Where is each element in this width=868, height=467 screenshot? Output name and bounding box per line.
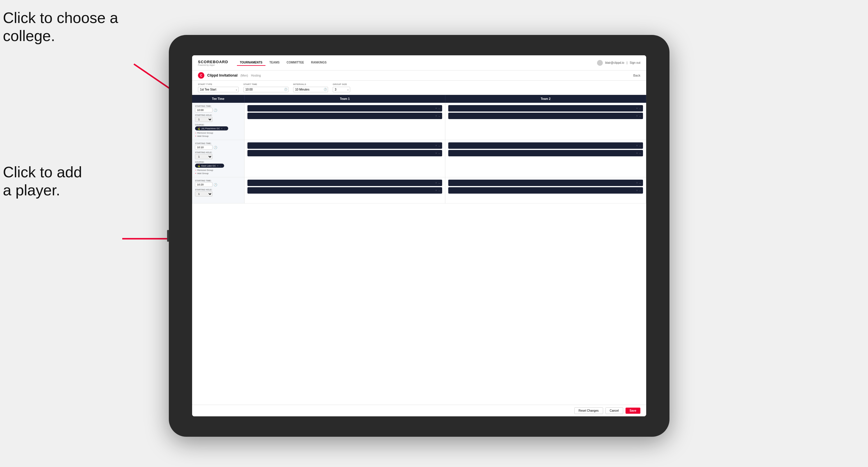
hole-select-1[interactable]: 1 [195, 117, 213, 122]
course-icon-2: ⛳ [197, 164, 200, 167]
tee-team1-1: × ⌄ × ⌄ [245, 103, 445, 140]
nav-right: blair@clippd.io | Sign out [597, 60, 640, 66]
action-links-1: ○ Remove Group + Add Group [195, 132, 241, 137]
annotation-top: Click to choose a college. [3, 9, 118, 45]
player-slot[interactable]: × ⌄ [448, 187, 643, 194]
player-slot[interactable]: × ⌄ [448, 143, 643, 149]
slot-chevron: ⌄ [438, 115, 440, 117]
start-type-group: Start Type 1st Tee Start [198, 83, 239, 92]
player-slot[interactable]: × ⌄ [448, 113, 643, 119]
tee-left-3: STARTING TIME: 🕐 STARTING HOLE: 1 [192, 177, 245, 203]
form-controls: Start Type 1st Tee Start Start Time 🕐 In… [192, 81, 646, 95]
player-slot[interactable]: × ⌄ [247, 150, 442, 156]
player-slot[interactable]: × ⌄ [247, 113, 442, 119]
th-team2: Team 2 [445, 95, 646, 103]
slot-x: × [636, 107, 638, 110]
nav-link-committee[interactable]: COMMITTEE [284, 60, 307, 66]
nav-link-rankings[interactable]: RANKINGS [308, 60, 330, 66]
tablet-screen: SCOREBOARD Powered by clippd TOURNAMENTS… [192, 55, 646, 416]
table-header: Tee Time Team 1 Team 2 [192, 95, 646, 103]
tee-row: STARTING TIME: 🕐 STARTING HOLE: 1 COUR [192, 140, 646, 177]
player-slot[interactable]: × ⌄ [247, 105, 442, 112]
content-area: Tee Time Team 1 Team 2 STARTING TIME: 🕐 … [192, 95, 646, 405]
group-size-label: Group Size [333, 83, 350, 86]
hole-select-3[interactable]: 1 [195, 191, 213, 196]
hole-row-1: 1 [195, 117, 241, 122]
starting-time-input-1[interactable] [195, 108, 213, 113]
slot-x: × [636, 115, 638, 117]
course-chevron-1: ⌄ [223, 127, 226, 130]
sign-out-link[interactable]: Sign out [630, 61, 640, 64]
tablet-shell: SCOREBOARD Powered by clippd TOURNAMENTS… [169, 35, 670, 437]
add-group-1[interactable]: + Add Group [195, 135, 241, 137]
user-email: blair@clippd.io [605, 61, 624, 64]
tee-team2-1: × ⌄ × ⌄ [445, 103, 646, 140]
tee-row: STARTING TIME: 🕐 STARTING HOLE: 1 [192, 177, 646, 204]
starting-time-input-3[interactable] [195, 182, 213, 187]
clock-icon-2: 🕐 [214, 146, 217, 149]
slot-x: × [435, 115, 437, 117]
tablet-side-button [167, 230, 169, 242]
th-team1: Team 1 [245, 95, 445, 103]
start-time-input[interactable] [243, 87, 288, 92]
remove-group-1[interactable]: ○ Remove Group [195, 132, 241, 134]
add-group-2[interactable]: + Add Group [195, 172, 241, 175]
player-slot[interactable]: × ⌄ [247, 187, 442, 194]
course-remove-1[interactable]: × [221, 127, 223, 130]
hole-select-wrapper-1: 1 [195, 117, 213, 122]
course-tag-2[interactable]: ⛳ East Lake GC × ⌄ [195, 164, 224, 168]
brand-sub: Powered by clippd [198, 64, 228, 66]
intervals-group: Intervals 10 Minutes 🕐 [293, 83, 328, 92]
remove-group-2[interactable]: ○ Remove Group [195, 169, 241, 172]
tee-left-1: STARTING TIME: 🕐 STARTING HOLE: 1 COUR [192, 103, 245, 140]
tournament-title: Clippd Invitational [207, 73, 238, 77]
course-name-1: (A) Peachtree GC [202, 127, 220, 130]
player-slot[interactable]: × ⌄ [247, 143, 442, 149]
tee-row: STARTING TIME: 🕐 STARTING HOLE: 1 COUR [192, 103, 646, 140]
start-type-select-wrapper: 1st Tee Start [198, 87, 239, 92]
starting-time-label-1: STARTING TIME: [195, 105, 241, 107]
tee-team1-3: × ⌄ × ⌄ [245, 177, 445, 203]
slot-chevron: ⌄ [639, 115, 641, 117]
start-type-select[interactable]: 1st Tee Start [198, 87, 239, 92]
start-type-label: Start Type [198, 83, 239, 86]
top-nav: SCOREBOARD Powered by clippd TOURNAMENTS… [192, 55, 646, 70]
player-slot[interactable]: × ⌄ [448, 180, 643, 186]
clippd-logo: C [198, 72, 204, 79]
slot-x: × [435, 107, 437, 110]
start-time-group: Start Time 🕐 [243, 83, 288, 92]
save-button[interactable]: Save [625, 408, 640, 414]
course-name-2: East Lake GC [202, 164, 216, 167]
intervals-clock-icon: 🕐 [324, 88, 327, 91]
sub-header: C Clippd Invitational (Men) Hosting Back [192, 70, 646, 81]
hole-select-2[interactable]: 1 [195, 154, 213, 159]
course-tag-1[interactable]: ⛳ (A) Peachtree GC × ⌄ [195, 126, 228, 130]
tee-team2-2: × ⌄ × ⌄ [445, 140, 646, 177]
tee-left-2: STARTING TIME: 🕐 STARTING HOLE: 1 COUR [192, 140, 245, 177]
tee-team2-3: × ⌄ × ⌄ [445, 177, 646, 203]
back-button[interactable]: Back [633, 74, 640, 77]
start-time-label: Start Time [243, 83, 288, 86]
player-slot[interactable]: × ⌄ [247, 180, 442, 186]
bottom-bar: Reset Changes Cancel Save [192, 405, 646, 416]
nav-link-teams[interactable]: TEAMS [267, 60, 283, 66]
slot-chevron: ⌄ [438, 107, 440, 110]
intervals-select[interactable]: 10 Minutes [293, 87, 328, 92]
nav-link-tournaments[interactable]: TOURNAMENTS [237, 60, 266, 66]
clock-icon: 🕐 [284, 88, 287, 91]
annotation-bottom: Click to add a player. [3, 163, 82, 199]
group-size-select[interactable]: 3 [333, 87, 350, 92]
player-slot[interactable]: × ⌄ [448, 105, 643, 112]
brand-title: SCOREBOARD [198, 60, 228, 64]
starting-time-input-2[interactable] [195, 145, 213, 150]
reset-button[interactable]: Reset Changes [574, 407, 603, 414]
player-slot[interactable]: × ⌄ [448, 150, 643, 156]
clock-icon-3: 🕐 [214, 183, 217, 186]
cancel-button[interactable]: Cancel [606, 407, 623, 414]
avatar [597, 60, 603, 66]
course-remove-2[interactable]: × [217, 164, 219, 167]
tournament-badge: (Men) [241, 74, 248, 77]
tee-team1-2: × ⌄ × ⌄ [245, 140, 445, 177]
starting-hole-label-1: STARTING HOLE: [195, 114, 241, 116]
brand: SCOREBOARD Powered by clippd [198, 60, 228, 66]
